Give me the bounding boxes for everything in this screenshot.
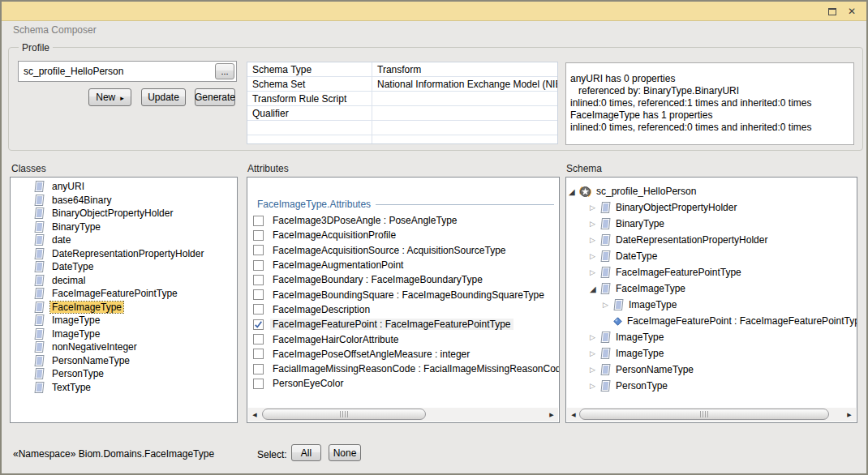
class-list-item[interactable]: anyURI — [11, 180, 237, 194]
tree-item[interactable]: ▷ImageType — [566, 297, 857, 313]
expander-collapsed-icon[interactable]: ▷ — [590, 252, 600, 260]
class-list-item[interactable]: TextType — [11, 381, 237, 395]
class-name: ImageType — [50, 315, 101, 326]
attribute-checkbox[interactable] — [253, 319, 264, 330]
attribute-row[interactable]: FaceImage3DPoseAngle : PoseAngleType — [247, 213, 559, 228]
class-list-item[interactable]: DateRepresentationPropertyHolder — [11, 247, 237, 261]
attribute-checkbox[interactable] — [253, 275, 264, 285]
attribute-row[interactable]: FaceImageFeaturePoint : FaceImageFeature… — [247, 317, 559, 332]
select-all-button[interactable]: All — [291, 444, 321, 461]
profile-group-label: Profile — [19, 42, 53, 53]
tree-item[interactable]: ▷BinaryObjectPropertyHolder — [566, 199, 857, 216]
tree-item[interactable]: ▷BinaryType — [566, 216, 857, 232]
expander-collapsed-icon[interactable]: ▷ — [590, 366, 600, 374]
class-list-item[interactable]: nonNegativeInteger — [11, 340, 237, 354]
class-list-item[interactable]: date — [11, 233, 237, 247]
table-row[interactable]: Transform Rule Script — [247, 92, 557, 106]
document-icon — [34, 368, 45, 379]
tree-item[interactable]: ▷FaceImageFeaturePointType — [566, 264, 857, 280]
scroll-right-arrow[interactable]: ▶ — [843, 408, 856, 422]
class-list-item[interactable]: ImageType — [11, 327, 237, 341]
class-list-item[interactable]: PersonType — [11, 367, 237, 381]
attribute-checkbox[interactable] — [253, 260, 264, 271]
tree-item[interactable]: ◢sc_profile_HelloPerson — [566, 183, 857, 199]
tree-item[interactable]: FaceImageFeaturePoint : FaceImageFeature… — [566, 313, 857, 329]
schema-horizontal-scrollbar[interactable]: ◀ ▶ — [567, 408, 856, 422]
expander-collapsed-icon[interactable]: ▷ — [590, 203, 600, 212]
tree-item[interactable]: ▷PersonType — [566, 378, 857, 394]
attribute-checkbox[interactable] — [253, 379, 264, 389]
tree-item[interactable]: ▷ImageType — [566, 345, 857, 362]
schema-properties-table[interactable]: Schema TypeTransformSchema SetNational I… — [247, 62, 558, 144]
schema-composer-window: ✕ Schema Composer Profile sc_profile_Hel… — [0, 0, 868, 475]
tree-item[interactable]: ▷PersonNameType — [566, 362, 857, 378]
expander-expanded-icon[interactable]: ◢ — [590, 285, 600, 293]
expander-collapsed-icon[interactable]: ▷ — [590, 333, 600, 341]
tree-item-label: BinaryType — [616, 218, 664, 229]
scroll-left-arrow[interactable]: ◀ — [567, 408, 580, 422]
schema-panel: ◢sc_profile_HelloPerson▷BinaryObjectProp… — [565, 177, 857, 423]
attribute-label: FaceImagePoseOffsetAngleMeasure : intege… — [270, 349, 472, 360]
attribute-row[interactable]: FacialImageMissingReasonCode : FacialIma… — [247, 362, 559, 376]
attribute-row[interactable]: FaceImageBoundary : FaceImageBoundaryTyp… — [247, 272, 559, 287]
select-none-button[interactable]: None — [329, 444, 361, 461]
class-list-item[interactable]: ImageType — [11, 314, 237, 327]
tree-item[interactable]: ▷DateType — [566, 248, 857, 264]
class-list-item[interactable]: base64Binary — [11, 194, 237, 208]
expander-collapsed-icon[interactable]: ▷ — [590, 268, 600, 276]
table-row[interactable] — [247, 121, 557, 135]
class-list-item[interactable]: PersonNameType — [11, 354, 237, 368]
attribute-row[interactable]: FaceImageAcquisitionProfile — [247, 228, 559, 242]
class-list-item[interactable]: decimal — [11, 274, 237, 288]
expander-collapsed-icon[interactable]: ▷ — [590, 349, 600, 357]
attribute-checkbox[interactable] — [253, 245, 264, 255]
attributes-horizontal-scrollbar[interactable]: ◀ ▶ — [248, 408, 558, 422]
class-list-item[interactable]: FaceImageFeaturePointType — [11, 287, 237, 301]
tree-item[interactable]: ◢FaceImageType — [566, 280, 857, 297]
classes-panel: anyURIbase64BinaryBinaryObjectPropertyHo… — [10, 177, 238, 423]
attribute-checkbox[interactable] — [253, 349, 264, 359]
attribute-checkbox[interactable] — [253, 230, 264, 241]
expander-collapsed-icon[interactable]: ▷ — [590, 236, 600, 244]
attribute-row[interactable]: FaceImageDescription — [247, 302, 559, 317]
document-icon — [600, 332, 611, 343]
attribute-checkbox[interactable] — [253, 289, 264, 300]
attribute-checkbox[interactable] — [253, 334, 264, 344]
scrollbar-thumb[interactable] — [262, 409, 426, 420]
close-button[interactable]: ✕ — [845, 5, 858, 18]
class-list-item[interactable]: BinaryType — [11, 220, 237, 234]
table-row[interactable]: Qualifier — [247, 106, 557, 121]
expander-expanded-icon[interactable]: ◢ — [569, 187, 579, 196]
expander-collapsed-icon[interactable]: ▷ — [590, 220, 600, 228]
table-row[interactable]: Schema SetNational Information Exchange … — [247, 77, 557, 92]
attribute-checkbox[interactable] — [253, 304, 264, 315]
tree-item[interactable]: ▷DateRepresentationPropertyHolder — [566, 232, 857, 248]
attribute-checkbox[interactable] — [253, 364, 264, 374]
scroll-right-arrow[interactable]: ▶ — [545, 408, 558, 422]
attribute-row[interactable]: PersonEyeColor — [247, 376, 559, 391]
title-bar[interactable]: ✕ — [2, 2, 866, 21]
document-icon — [34, 315, 45, 326]
attribute-checkbox[interactable] — [253, 216, 264, 226]
profile-name-field[interactable]: sc_profile_HelloPerson ... — [18, 61, 237, 82]
attribute-row[interactable]: FaceImageAugmentationPoint — [247, 258, 559, 272]
class-name: DateRepresentationPropertyHolder — [50, 248, 205, 259]
class-list-item[interactable]: FaceImageType — [11, 301, 237, 315]
attribute-row[interactable]: FaceImageAcquisitionSource : Acquisition… — [247, 243, 559, 258]
table-row[interactable]: Schema TypeTransform — [247, 62, 557, 77]
attribute-row[interactable]: FaceImageHairColorAttribute — [247, 332, 559, 346]
attribute-row[interactable]: FaceImageBoundingSquare : FaceImageBound… — [247, 287, 559, 302]
scrollbar-thumb[interactable] — [579, 409, 829, 420]
tree-item[interactable]: ▷ImageType — [566, 329, 857, 345]
browse-button[interactable]: ... — [215, 63, 234, 79]
class-list-item[interactable]: BinaryObjectPropertyHolder — [11, 207, 237, 220]
expander-collapsed-icon[interactable]: ▷ — [590, 382, 600, 390]
new-button[interactable]: New ▸ — [88, 88, 131, 106]
class-list-item[interactable]: DateType — [11, 260, 237, 274]
attribute-row[interactable]: FaceImagePoseOffsetAngleMeasure : intege… — [247, 347, 559, 362]
scroll-left-arrow[interactable]: ◀ — [248, 408, 261, 422]
expander-collapsed-icon[interactable]: ▷ — [603, 301, 613, 309]
update-button[interactable]: Update — [141, 88, 186, 106]
generate-button[interactable]: Generate — [195, 88, 235, 106]
maximize-button[interactable] — [826, 5, 839, 18]
